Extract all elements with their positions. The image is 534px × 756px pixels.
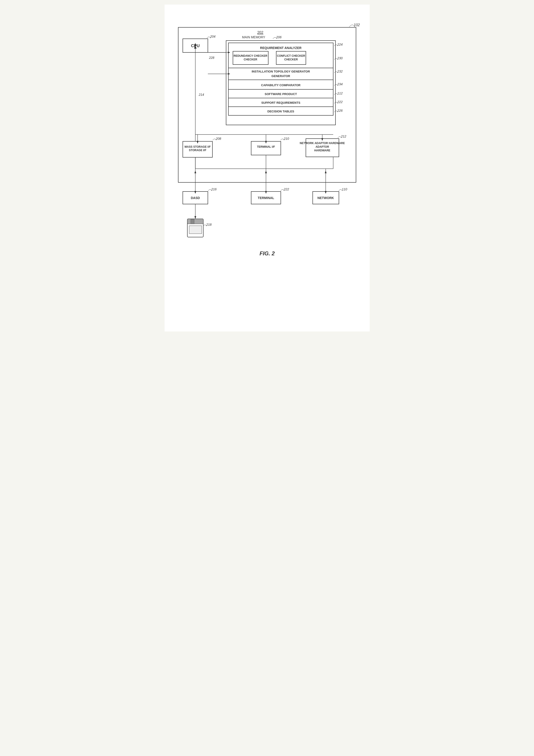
- main-memory-label: MAIN MEMORY: [242, 35, 265, 39]
- floppy-slider: [191, 219, 194, 224]
- terminal-if-label: TERMINAL I/F: [257, 145, 275, 148]
- page: 102 202 CPU 204 MAIN MEMORY 206 224 REQU…: [165, 5, 370, 332]
- network-label: NETWORK: [317, 196, 334, 200]
- ref-214: 214: [199, 93, 204, 96]
- support-req-label: SUPPORT REQUIREMENTS: [261, 101, 300, 104]
- software-product-label: SOFTWARE PRODUCT: [265, 92, 297, 96]
- network-adaptor-label2: ADAPTOR: [315, 145, 329, 148]
- ref-216: 216: [211, 187, 217, 191]
- floppy-top: [187, 219, 203, 224]
- conflict-checker-label: CONFLICT CHECKER: [277, 54, 305, 57]
- ref-110: 110: [342, 187, 347, 191]
- ref-212: 212: [341, 135, 346, 138]
- redundancy-checker-label: REDUNDANCY CHECKER: [234, 54, 267, 57]
- floppy-label: [189, 226, 202, 234]
- fig-caption: FIG. 2: [259, 250, 275, 256]
- decision-tables-label: DECISION TABLES: [267, 110, 294, 113]
- diagram-svg: 102 202 CPU 204 MAIN MEMORY 206 224 REQU…: [174, 14, 360, 321]
- ref-222b: 222: [283, 187, 289, 191]
- ref-208: 208: [216, 137, 221, 141]
- redundancy-checker-label2: CHECKER: [244, 58, 257, 61]
- ref-202: 202: [257, 31, 263, 35]
- ref-112: 112: [337, 92, 343, 95]
- network-adaptor-label: NETWORK ADAPTOR HARDWARE: [300, 142, 345, 145]
- network-adaptor-label3: HARDWARE: [314, 149, 330, 152]
- dasd-label: DASD: [191, 196, 200, 200]
- req-analyzer-label: REQUIREMENT ANALYZER: [260, 46, 302, 50]
- mass-storage-label: MASS STORAGE I/F: [184, 145, 210, 148]
- ref-230: 230: [337, 56, 343, 60]
- ref-228: 228: [209, 56, 214, 60]
- arrow-to-floppy: [195, 216, 196, 219]
- ref-210: 210: [283, 137, 289, 141]
- ref-204: 204: [210, 35, 216, 38]
- capability-label: CAPABILITY COMPARATOR: [261, 83, 300, 87]
- install-topology-label2: GENERATOR: [271, 74, 290, 78]
- ref-226: 226: [337, 109, 343, 112]
- ref-224: 224: [337, 42, 343, 46]
- ref-222a: 222: [337, 100, 343, 104]
- ref-232: 232: [337, 69, 343, 73]
- mass-storage-label2: STORAGE I/F: [189, 148, 206, 152]
- conflict-checker-label2: CHECKER: [284, 58, 298, 61]
- terminal-label: TERMINAL: [257, 196, 274, 200]
- install-topology-label: INSTALLATION TOPOLOGY GENERATOR: [252, 70, 310, 73]
- ref-234: 234: [337, 82, 343, 86]
- ref-218: 218: [206, 223, 212, 227]
- ref-206: 206: [276, 35, 282, 39]
